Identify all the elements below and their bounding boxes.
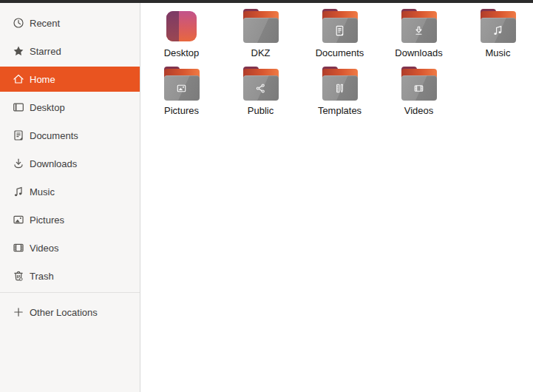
folder-label: DKZ [251, 47, 271, 58]
sidebar-item-home[interactable]: Home [0, 67, 140, 92]
folder-label: Music [486, 47, 511, 58]
sidebar: Recent Starred Home [0, 3, 140, 392]
folder-icon [481, 9, 516, 43]
sidebar-item-label: Other Locations [30, 307, 98, 318]
sidebar-item-documents[interactable]: Documents [0, 123, 140, 148]
starred-icon [12, 45, 24, 58]
downloads-icon [12, 158, 24, 170]
sidebar-item-label: Trash [30, 271, 54, 282]
sidebar-item-label: Home [30, 74, 55, 85]
folder-icon [401, 67, 437, 101]
sidebar-item-videos[interactable]: Videos [0, 235, 140, 260]
desktop-gradient-folder-icon [166, 11, 197, 41]
sidebar-item-pictures[interactable]: Pictures [0, 207, 140, 232]
folder-icon [243, 67, 279, 101]
template-emblem-icon [333, 81, 347, 95]
sidebar-separator [0, 292, 140, 293]
folder-icon [322, 67, 358, 101]
folder-item-desktop[interactable]: Desktop [142, 7, 221, 65]
folder-item-videos[interactable]: Videos [379, 65, 458, 123]
folder-item-downloads[interactable]: Downloads [379, 7, 458, 65]
share-emblem-icon [254, 81, 268, 95]
home-icon [12, 73, 24, 86]
recent-icon [12, 17, 24, 30]
folder-icon [243, 9, 279, 43]
video-emblem-icon [412, 81, 426, 95]
pictures-icon [12, 214, 24, 226]
file-grid: Desktop DKZ [140, 3, 533, 392]
folder-label: Videos [404, 105, 434, 116]
folder-label: Downloads [395, 47, 442, 58]
sidebar-item-label: Downloads [30, 158, 77, 169]
music-icon [12, 186, 24, 198]
sidebar-item-downloads[interactable]: Downloads [0, 151, 140, 176]
folder-label: Public [248, 105, 274, 116]
sidebar-item-label: Starred [30, 46, 61, 57]
documents-icon [12, 129, 24, 142]
sidebar-item-other-locations[interactable]: Other Locations [0, 300, 140, 325]
sidebar-item-desktop[interactable]: Desktop [0, 95, 140, 120]
folder-item-dkz[interactable]: DKZ [221, 7, 300, 65]
folder-icon [164, 67, 200, 101]
desktop-icon [12, 101, 24, 114]
trash-icon [12, 270, 24, 283]
folder-item-public[interactable]: Public [221, 65, 300, 123]
folder-label: Templates [318, 105, 361, 116]
folder-item-documents[interactable]: Documents [300, 7, 379, 65]
folder-item-pictures[interactable]: Pictures [142, 65, 221, 123]
plus-icon [12, 306, 24, 319]
folder-label: Desktop [164, 47, 200, 58]
folder-grid: Desktop DKZ [142, 7, 533, 123]
sidebar-item-starred[interactable]: Starred [0, 38, 140, 64]
folder-icon [401, 9, 437, 43]
sidebar-item-trash[interactable]: Trash [0, 263, 140, 288]
sidebar-item-label: Music [30, 186, 55, 197]
folder-label: Documents [316, 47, 364, 58]
document-emblem-icon [333, 24, 347, 38]
sidebar-item-recent[interactable]: Recent [0, 10, 140, 36]
sidebar-item-label: Desktop [30, 102, 65, 113]
image-emblem-icon [174, 81, 189, 95]
sidebar-item-label: Recent [30, 18, 60, 29]
download-emblem-icon [412, 24, 426, 38]
folder-label: Pictures [164, 105, 199, 116]
file-manager-window: Recent Starred Home [0, 3, 533, 392]
videos-icon [12, 242, 24, 254]
folder-item-music[interactable]: Music [458, 7, 533, 65]
folder-icon [322, 9, 358, 43]
music-emblem-icon [491, 24, 505, 38]
folder-item-templates[interactable]: Templates [300, 65, 379, 123]
sidebar-item-label: Documents [30, 130, 78, 141]
sidebar-item-label: Pictures [30, 214, 64, 226]
sidebar-item-label: Videos [30, 243, 59, 254]
sidebar-item-music[interactable]: Music [0, 179, 140, 204]
